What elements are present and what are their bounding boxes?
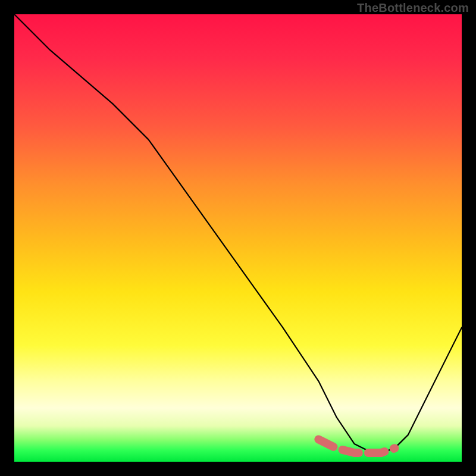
bottleneck-curve-path [14, 14, 462, 453]
accent-segment-path [318, 439, 394, 453]
watermark-text: TheBottleneck.com [357, 1, 469, 15]
chart-plot-area [14, 14, 462, 462]
accent-dot [390, 444, 399, 452]
chart-frame: TheBottleneck.com [0, 0, 476, 476]
chart-svg [14, 14, 462, 462]
